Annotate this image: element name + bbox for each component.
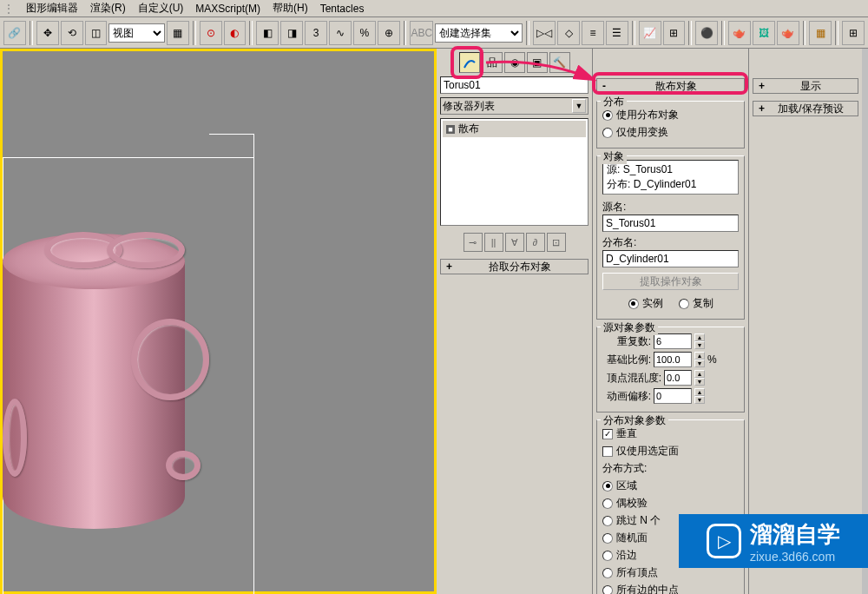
watermark-brand: 溜溜自学 (750, 519, 840, 550)
vertex-chaos-spinner[interactable]: ▲▼ (694, 370, 705, 386)
main-toolbar: 🔗 ✥ ⟲ ◫ 视图 ▦ ⊙ ◐ ◧ ◨ 3 ∿ % ⊕ ABC 创建选择集 ▷… (0, 17, 868, 49)
tool-rotate-icon[interactable]: ⟲ (61, 21, 83, 45)
source-params-group: 源对象参数 重复数: ▲▼ 基础比例: ▲▼ % 顶点混乱度: ▲▼ 动画偏移:… (596, 327, 745, 412)
tool-curve-icon[interactable]: ∿ (329, 21, 352, 45)
menu-tentacles[interactable]: Tentacles (320, 3, 365, 15)
tool-snap3-icon[interactable]: 3 (305, 21, 327, 45)
stack-item-scatter[interactable]: ■ 散布 (443, 121, 586, 137)
tool-move-icon[interactable]: ✥ (36, 21, 59, 45)
ring-side-2 (3, 399, 27, 477)
tool-schematic-icon[interactable]: ⊞ (663, 21, 686, 45)
objects-listbox[interactable]: 源: S_Torus01 分布: D_Cylinder01 (602, 160, 739, 195)
menubar: ⋮ 图形编辑器 渲染(R) 自定义(U) MAXScript(M) 帮助(H) … (0, 0, 868, 17)
hierarchy-tab-icon[interactable]: 品 (482, 52, 503, 73)
instance-radio[interactable]: 实例 (628, 296, 663, 311)
tool-scale-icon[interactable]: ◫ (85, 21, 108, 45)
motion-tab-icon[interactable]: ◉ (504, 52, 525, 73)
menu-customize[interactable]: 自定义(U) (138, 1, 184, 16)
scatter-object-rollout[interactable]: - 散布对象 (596, 78, 745, 94)
modifier-stack-toolbar: ⊸ || ∀ ∂ ⊡ (440, 233, 589, 252)
tool-quick-render-icon[interactable]: 🫖 (777, 21, 799, 45)
tool-material-icon[interactable]: ⚫ (695, 21, 718, 45)
tool-mirror2-icon[interactable]: ▷◁ (533, 21, 556, 45)
make-unique-icon[interactable]: ∀ (505, 233, 524, 252)
menu-handle[interactable]: ⋮ (3, 3, 14, 15)
method-area-radio[interactable]: 区域 (602, 478, 739, 493)
modifier-list-dropdown[interactable]: 修改器列表 ▼ (440, 97, 589, 115)
base-scale-input[interactable] (654, 352, 692, 367)
display-tab-icon[interactable]: ▣ (527, 52, 548, 73)
tool-mirror-icon[interactable]: ◧ (256, 21, 279, 45)
distribution-group: 分布 使用分布对象 仅使用变换 (596, 101, 745, 148)
method-all-edge-mid-radio[interactable]: 所有边的中点 (602, 583, 739, 594)
watermark-url: zixue.3d66.com (750, 550, 840, 564)
base-scale-spinner[interactable]: ▲▼ (694, 352, 705, 367)
tool-align-icon[interactable]: ◨ (280, 21, 303, 45)
duplicates-label: 重复数: (602, 334, 651, 349)
remove-modifier-icon[interactable]: ∂ (526, 233, 545, 252)
configure-sets-icon[interactable]: ⊡ (547, 233, 566, 252)
show-result-icon[interactable]: || (484, 233, 503, 252)
vertex-chaos-input[interactable] (664, 370, 692, 386)
radio-icon (628, 299, 639, 309)
modifier-stack[interactable]: ■ 散布 (440, 118, 589, 226)
tool-render-frame-icon[interactable]: 🖼 (753, 21, 775, 45)
tool-render-setup-icon[interactable]: 🫖 (728, 21, 751, 45)
object-name-input[interactable] (440, 76, 589, 94)
tool-spinner-icon[interactable]: ⊕ (378, 21, 400, 45)
tool-misc-icon[interactable]: ⊞ (842, 21, 865, 45)
duplicates-input[interactable] (654, 333, 692, 349)
use-dist-obj-radio[interactable]: 使用分布对象 (602, 108, 739, 122)
tool-layer-icon[interactable]: ≡ (582, 21, 604, 45)
extract-operand-button[interactable]: 提取操作对象 (602, 273, 739, 290)
dist-group-legend: 分布 (601, 95, 627, 109)
source-params-legend: 源对象参数 (601, 320, 658, 335)
base-scale-label: 基础比例: (602, 353, 651, 367)
method-even-radio[interactable]: 偶校验 (602, 496, 739, 511)
dist-name-input[interactable] (602, 250, 739, 267)
tool-link-icon[interactable]: 🔗 (3, 21, 26, 45)
source-name-input[interactable] (602, 214, 739, 232)
dist-params-legend: 分布对象参数 (601, 413, 668, 428)
menu-render[interactable]: 渲染(R) (90, 1, 126, 16)
tool-align2-icon[interactable]: ◇ (557, 21, 580, 45)
utilities-tab-icon[interactable]: 🔨 (549, 52, 570, 73)
tool-grid-icon[interactable]: ▦ (809, 21, 832, 45)
anim-offset-input[interactable] (654, 388, 692, 404)
source-name-label: 源名: (602, 200, 739, 214)
menu-graphics-editor[interactable]: 图形编辑器 (26, 1, 78, 16)
anim-offset-label: 动画偏移: (602, 389, 651, 404)
plus-icon: + (759, 80, 769, 92)
viewport-mode-select[interactable]: 视图 (108, 23, 164, 43)
selection-set-select[interactable]: 创建选择集 (435, 23, 523, 43)
scatter-params-panel: - 散布对象 分布 使用分布对象 仅使用变换 对象 源: S_Torus01 分… (593, 49, 749, 594)
pin-stack-icon[interactable]: ⊸ (464, 233, 483, 252)
tool-snap-icon[interactable]: ⊙ (200, 21, 222, 45)
pick-dist-rollout[interactable]: + 拾取分布对象 (440, 259, 589, 274)
tool-layers-icon[interactable]: ☰ (606, 21, 628, 45)
modify-tab-icon[interactable] (459, 52, 480, 73)
menu-help[interactable]: 帮助(H) (273, 1, 308, 16)
use-transform-only-radio[interactable]: 仅使用变换 (602, 125, 739, 140)
dropdown-arrow-icon: ▼ (572, 99, 586, 113)
load-save-rollout[interactable]: + 加载/保存预设 (753, 101, 858, 116)
radio-icon (679, 299, 689, 309)
menu-maxscript[interactable]: MAXScript(M) (195, 3, 260, 15)
perpendicular-check[interactable]: ✓ 垂直 (602, 426, 739, 441)
viewport[interactable] (0, 49, 437, 594)
tool-named-sel-icon[interactable]: ABC (410, 21, 433, 45)
duplicates-spinner[interactable]: ▲▼ (694, 333, 705, 349)
ring-top-2 (107, 232, 185, 268)
tool-select-icon[interactable]: ▦ (167, 21, 189, 45)
expand-icon[interactable]: ■ (446, 125, 455, 134)
tool-percent-icon[interactable]: % (353, 21, 376, 45)
viewport-container (0, 49, 437, 594)
display-rollout[interactable]: + 显示 (753, 78, 858, 94)
radio-icon (602, 110, 613, 121)
tool-angle-snap-icon[interactable]: ◐ (224, 21, 247, 45)
copy-radio[interactable]: 复制 (679, 296, 713, 311)
use-selected-faces-check[interactable]: 仅使用选定面 (602, 444, 739, 459)
checkbox-icon: ✓ (602, 429, 613, 439)
anim-offset-spinner[interactable]: ▲▼ (694, 388, 705, 404)
tool-curve-editor-icon[interactable]: 📈 (639, 21, 661, 45)
